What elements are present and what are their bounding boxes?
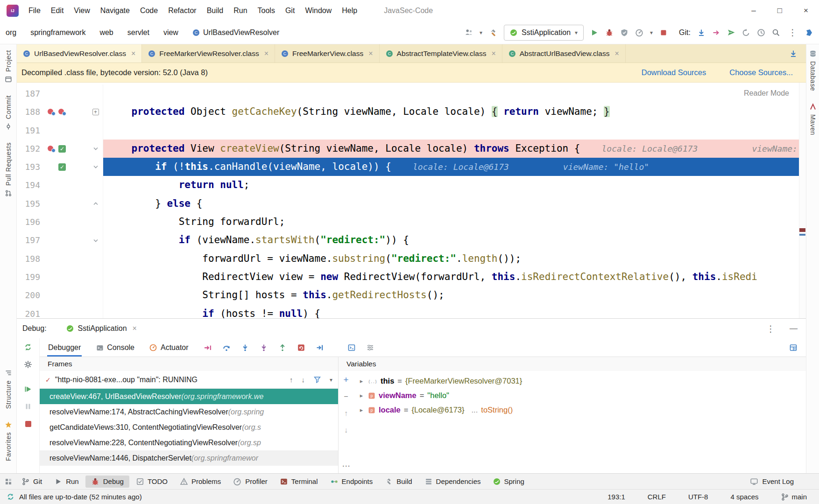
menu-file[interactable]: File [23, 0, 46, 21]
stack-frame[interactable]: createView:467, UrlBasedViewResolver (or… [40, 389, 338, 404]
previous-frame-icon[interactable]: ↑ [289, 376, 293, 384]
line-number[interactable]: 198 [17, 250, 41, 268]
close-icon[interactable]: × [368, 49, 373, 58]
run-config-selector[interactable]: SstiApplication ▾ [504, 25, 584, 41]
line-number[interactable]: 195 [17, 195, 41, 213]
commit-push-icon[interactable] [727, 28, 735, 37]
rollback-icon[interactable] [742, 28, 750, 37]
status-tab-todo[interactable]: TODO [130, 476, 173, 488]
download-sources-link[interactable]: Download Sources [642, 68, 706, 77]
remove-watch-icon[interactable]: − [344, 393, 348, 400]
editor-tab[interactable]: CUrlBasedViewResolver.class× [17, 44, 142, 63]
close-icon[interactable]: × [133, 324, 137, 333]
chevron-down-icon[interactable]: ▾ [330, 377, 332, 383]
settings-list-icon[interactable] [366, 343, 374, 352]
breadcrumb-item[interactable]: org [6, 28, 16, 37]
chevron-right-icon[interactable]: ▸ [358, 378, 365, 385]
fold-down-icon[interactable] [88, 158, 103, 176]
editor-tab[interactable]: CFreeMarkerView.class× [275, 44, 380, 63]
choose-sources-link[interactable]: Choose Sources... [729, 68, 793, 77]
search-icon[interactable] [772, 28, 780, 37]
debug-session-tab[interactable]: SstiApplication × [63, 319, 141, 338]
breadcrumb-item[interactable]: springframework [30, 28, 85, 37]
menu-code[interactable]: Code [135, 0, 163, 21]
tool-window-button-pull-requests[interactable]: Pull Requests [5, 142, 12, 197]
fold-expand-icon[interactable]: + [92, 109, 99, 115]
code-line[interactable]: 198 forwardUrl = viewName.substring("red… [17, 250, 806, 268]
run-button[interactable] [590, 28, 599, 37]
breadcrumb-item[interactable]: servlet [127, 28, 149, 37]
code-line[interactable]: 201 if (hosts != null) { [17, 305, 806, 318]
menu-window[interactable]: Window [300, 0, 337, 21]
push-icon[interactable] [712, 28, 720, 37]
profiler-button[interactable] [635, 28, 643, 37]
breakpoint-verified-icon[interactable]: ✓ [58, 145, 66, 153]
breadcrumb-class[interactable]: C UrlBasedViewResolver [192, 28, 279, 37]
debug-tab-console[interactable]: Console [96, 338, 134, 357]
stack-frame[interactable]: getCandidateViews:310, ContentNegotiatin… [40, 420, 338, 435]
run-to-cursor-icon[interactable] [316, 343, 324, 352]
editor-tab[interactable]: CAbstractUrlBasedView.class× [502, 44, 626, 63]
status-tab-build[interactable]: Build [379, 476, 417, 488]
breadcrumb-item[interactable]: web [99, 28, 113, 37]
event-log-button[interactable]: Event Log [750, 477, 814, 485]
move-watch-down-icon[interactable]: ↓ [344, 427, 348, 434]
status-tab-spring[interactable]: Spring [487, 476, 530, 488]
tool-window-button-structure[interactable]: Structure [5, 369, 12, 409]
hide-panel-icon[interactable]: — [790, 324, 798, 333]
layout-settings-icon[interactable] [789, 343, 798, 352]
fold-up-icon[interactable] [88, 195, 103, 213]
editor-scrollbar[interactable] [799, 83, 806, 318]
line-number[interactable]: 191 [17, 121, 41, 140]
status-tab-git[interactable]: Git [16, 476, 48, 488]
history-icon[interactable] [757, 28, 765, 37]
code-line[interactable]: 199 RedirectView view = new RedirectView… [17, 268, 806, 286]
menu-refactor[interactable]: Refactor [163, 0, 201, 21]
more-options-icon[interactable]: ⋮ [787, 27, 798, 38]
filter-icon[interactable] [313, 376, 321, 384]
line-number[interactable]: 201 [17, 305, 41, 318]
status-tab-endpoints[interactable]: Endpoints [325, 476, 379, 488]
code-line[interactable]: 196 String forwardUrl; [17, 213, 806, 231]
menu-help[interactable]: Help [337, 0, 362, 21]
tool-window-button-project[interactable]: Project [5, 50, 12, 83]
step-over-icon[interactable] [222, 343, 231, 352]
fold-down-icon[interactable] [88, 140, 103, 158]
variable-row[interactable]: ▸pviewName="hello" [353, 388, 806, 403]
fold-marker[interactable]: + [88, 103, 103, 121]
tool-window-button-maven[interactable]: Maven [809, 103, 817, 135]
resume-button[interactable] [24, 385, 32, 393]
breakpoint-icon[interactable] [58, 108, 66, 116]
settings-gear-icon[interactable] [24, 360, 32, 369]
update-project-icon[interactable] [697, 28, 706, 37]
status-tab-dependencies[interactable]: Dependencies [419, 476, 487, 488]
line-number[interactable]: 199 [17, 268, 41, 286]
menu-build[interactable]: Build [202, 0, 229, 21]
show-execution-point-icon[interactable] [204, 343, 212, 352]
code-editor[interactable]: 187188+ protected Object getCacheKey(Str… [17, 83, 806, 318]
tool-window-button-favorites[interactable]: Favorites [5, 421, 12, 461]
fold-down-icon[interactable] [88, 231, 103, 249]
add-watch-icon[interactable]: + [343, 377, 348, 383]
breadcrumb-item[interactable]: view [163, 28, 178, 37]
debug-tab-debugger[interactable]: Debugger [48, 338, 81, 357]
status-tab-profiler[interactable]: Profiler [227, 476, 273, 488]
minimize-button[interactable]: – [741, 0, 767, 21]
step-into-icon[interactable] [241, 343, 249, 352]
code-line[interactable]: 188+ protected Object getCacheKey(String… [17, 103, 806, 121]
variable-row[interactable]: ▸plocale={Locale@6173}...toString() [353, 403, 806, 417]
debug-tab-actuator[interactable]: Actuator [149, 338, 189, 357]
menu-view[interactable]: View [69, 0, 95, 21]
rerun-button[interactable] [24, 343, 32, 351]
editor-tab[interactable]: CFreeMarkerViewResolver.class× [142, 44, 275, 63]
more-icon[interactable]: ⋯ [342, 463, 350, 469]
caret-position[interactable]: 193:1 [607, 493, 625, 501]
line-number[interactable]: 200 [17, 286, 41, 304]
build-hammer-icon[interactable] [489, 28, 497, 37]
tostring-link[interactable]: toString() [481, 406, 513, 414]
variable-row[interactable]: ▸{..}this={FreeMarkerViewResolver@7031} [353, 374, 806, 388]
git-branch-widget[interactable]: main [781, 493, 807, 501]
line-number[interactable]: 187 [17, 84, 41, 103]
code-line[interactable]: 200 String[] hosts = this.getRedirectHos… [17, 286, 806, 304]
stop-button[interactable] [24, 420, 33, 428]
